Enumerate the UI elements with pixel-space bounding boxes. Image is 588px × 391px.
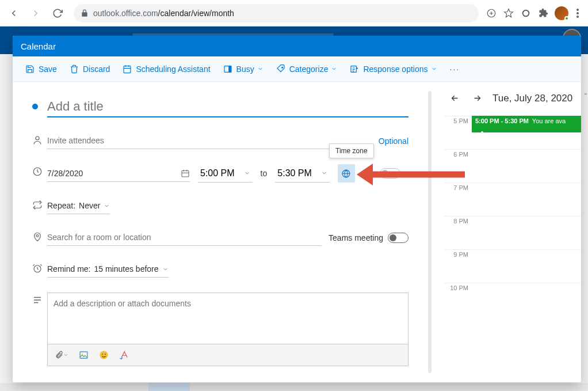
event-block[interactable]: 5:00 PM - 5:30 PM You are ava bbox=[472, 116, 581, 132]
reminder-icon bbox=[32, 261, 47, 274]
hour-label: 7 PM bbox=[444, 183, 472, 216]
chevron-down-icon bbox=[244, 170, 250, 176]
description-toolbar bbox=[47, 344, 408, 366]
extensions-icon[interactable] bbox=[537, 7, 549, 19]
event-resize-handle[interactable] bbox=[480, 130, 484, 132]
date-picker[interactable]: 7/28/2020 bbox=[47, 165, 190, 182]
svg-rect-9 bbox=[182, 170, 189, 177]
teams-meeting-toggle[interactable] bbox=[388, 233, 408, 243]
browser-back-button[interactable] bbox=[5, 4, 23, 22]
hour-label: 5 PM bbox=[444, 116, 472, 149]
repeat-dropdown[interactable]: Repeat: Never bbox=[47, 198, 110, 214]
address-bar[interactable]: outlook.office.com/calendar/view/month bbox=[74, 4, 479, 22]
svg-rect-3 bbox=[224, 66, 229, 72]
start-time-picker[interactable]: 5:00 PM bbox=[198, 165, 253, 183]
chevron-down-icon bbox=[162, 266, 169, 272]
circle-icon[interactable] bbox=[520, 7, 532, 19]
hour-label: 8 PM bbox=[444, 217, 472, 249]
svg-point-17 bbox=[105, 354, 106, 355]
insert-emoji-button[interactable] bbox=[99, 350, 109, 360]
browser-chrome: outlook.office.com/calendar/view/month bbox=[0, 0, 588, 26]
insert-image-button[interactable] bbox=[79, 350, 89, 360]
location-input[interactable] bbox=[47, 229, 322, 246]
categorize-dropdown[interactable]: Categorize bbox=[270, 61, 343, 77]
toolbar-more-button[interactable]: ··· bbox=[444, 61, 466, 77]
busy-dropdown[interactable]: Busy bbox=[217, 61, 269, 77]
attendees-icon bbox=[32, 132, 47, 145]
event-form: Optional 7/28/2020 5:00 PM t bbox=[13, 82, 425, 382]
optional-attendees-link[interactable]: Optional bbox=[379, 136, 408, 146]
timezone-tooltip: Time zone bbox=[329, 143, 374, 158]
save-button[interactable]: Save bbox=[20, 61, 63, 77]
event-color-bullet[interactable] bbox=[32, 104, 38, 109]
prev-day-button[interactable] bbox=[448, 91, 462, 105]
browser-menu-button[interactable] bbox=[574, 6, 581, 20]
response-options-dropdown[interactable]: Response options bbox=[344, 61, 442, 77]
event-modal: Calendar Save Discard Scheduling Assista… bbox=[13, 36, 581, 382]
svg-rect-4 bbox=[229, 66, 231, 72]
svg-rect-2 bbox=[124, 66, 131, 73]
description-icon bbox=[32, 293, 47, 305]
browser-reload-button[interactable] bbox=[48, 4, 67, 22]
profile-avatar[interactable] bbox=[555, 6, 568, 20]
hour-label: 9 PM bbox=[444, 250, 472, 283]
to-label: to bbox=[261, 169, 268, 178]
hour-label: 6 PM bbox=[444, 150, 472, 183]
svg-point-11 bbox=[36, 235, 39, 237]
end-time-picker[interactable]: 5:30 PM bbox=[275, 165, 330, 183]
svg-point-1 bbox=[523, 10, 529, 16]
add-to-icon[interactable] bbox=[486, 7, 497, 19]
bottom-tab-highlight bbox=[148, 383, 190, 391]
next-day-button[interactable] bbox=[470, 91, 484, 105]
discard-button[interactable]: Discard bbox=[64, 61, 116, 77]
panel-divider bbox=[428, 91, 432, 373]
preview-date: Tue, July 28, 2020 bbox=[492, 93, 572, 104]
url-path: /calendar/view/month bbox=[158, 9, 234, 18]
modal-toolbar: Save Discard Scheduling Assistant Busy C… bbox=[13, 56, 581, 82]
url-host: outlook.office.com bbox=[93, 9, 158, 18]
chevron-down-icon bbox=[321, 170, 327, 176]
clock-icon bbox=[32, 164, 47, 177]
chevron-down-icon bbox=[104, 203, 110, 209]
calendar-icon bbox=[181, 169, 190, 178]
hour-label: 10 PM bbox=[444, 283, 472, 316]
chrome-actions bbox=[486, 6, 583, 20]
modal-header: Calendar bbox=[13, 36, 581, 56]
star-icon[interactable] bbox=[503, 7, 514, 19]
scheduling-assistant-button[interactable]: Scheduling Assistant bbox=[117, 61, 216, 77]
attendees-input[interactable] bbox=[47, 132, 369, 149]
svg-point-15 bbox=[100, 351, 108, 359]
lock-icon bbox=[81, 9, 89, 17]
bottom-strip bbox=[0, 383, 588, 391]
globe-icon bbox=[341, 169, 351, 179]
location-icon bbox=[32, 229, 47, 242]
browser-forward-button[interactable] bbox=[26, 4, 45, 22]
description-input[interactable] bbox=[48, 293, 408, 333]
all-day-label: All bbox=[363, 169, 372, 178]
modal-title: Calendar bbox=[21, 41, 56, 51]
reminder-dropdown[interactable]: Remind me: 15 minutes before bbox=[47, 261, 169, 278]
svg-point-5 bbox=[281, 67, 282, 68]
svg-rect-13 bbox=[80, 352, 87, 358]
stray-text: " bbox=[585, 92, 587, 100]
attach-file-button[interactable] bbox=[55, 351, 68, 359]
title-input[interactable] bbox=[47, 97, 408, 117]
teams-meeting-label: Teams meeting bbox=[329, 233, 383, 242]
repeat-icon bbox=[32, 198, 47, 210]
time-grid[interactable]: 5 PM 6 PM 7 PM 8 PM 9 PM 10 PM 5:00 PM -… bbox=[444, 116, 581, 316]
timezone-button[interactable] bbox=[338, 164, 355, 183]
formatting-button[interactable] bbox=[119, 350, 129, 360]
day-preview-panel: Tue, July 28, 2020 5 PM 6 PM 7 PM 8 PM 9… bbox=[435, 82, 581, 382]
svg-point-7 bbox=[36, 136, 39, 140]
svg-point-16 bbox=[102, 354, 103, 355]
all-day-toggle[interactable] bbox=[380, 168, 400, 179]
